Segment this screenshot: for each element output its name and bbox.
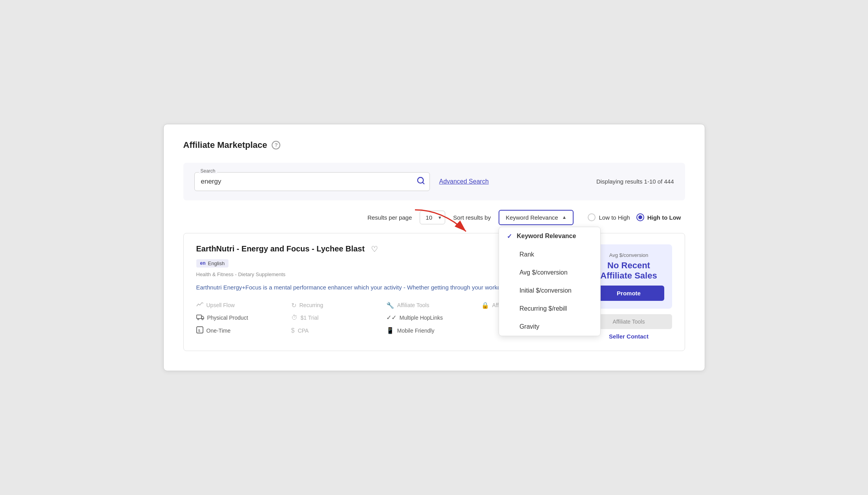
radio-high-to-low[interactable]: High to Low bbox=[636, 213, 681, 221]
chevron-up-icon: ▲ bbox=[562, 215, 567, 220]
language-code: en bbox=[200, 260, 206, 266]
feature-affiliate-tools: 🔧 Affiliate Tools bbox=[386, 302, 481, 309]
feature-label: Mobile Friendly bbox=[397, 328, 435, 334]
upsell-flow-icon bbox=[196, 302, 203, 309]
feature-label: Physical Product bbox=[207, 315, 248, 321]
search-section: Search Advanced Search Displaying result… bbox=[183, 163, 685, 200]
search-field-wrapper: Search bbox=[194, 172, 430, 191]
search-input[interactable] bbox=[194, 172, 430, 191]
dropdown-label: Initial $/conversion bbox=[519, 287, 572, 294]
truck-icon bbox=[196, 314, 204, 322]
sort-selected-value: Keyword Relevance bbox=[506, 214, 558, 221]
feature-label: Upsell Flow bbox=[206, 302, 235, 308]
hoplinks-icon: ✓✓ bbox=[386, 314, 397, 321]
dropdown-item-gravity[interactable]: Gravity bbox=[499, 318, 600, 336]
advanced-search-link[interactable]: Advanced Search bbox=[439, 178, 489, 185]
feature-label: CPA bbox=[298, 328, 309, 334]
lock-icon: 🔒 bbox=[481, 302, 489, 309]
dropdown-item-rank[interactable]: Rank bbox=[499, 246, 600, 264]
feature-dollar-trial: ⏱ $1 Trial bbox=[291, 314, 386, 322]
feature-label: One-Time bbox=[206, 328, 231, 334]
recurring-icon: ↻ bbox=[291, 302, 296, 309]
dropdown-label: Avg $/conversion bbox=[519, 269, 567, 276]
dropdown-item-initial-conversion[interactable]: Initial $/conversion bbox=[499, 282, 600, 300]
feature-recurring: ↻ Recurring bbox=[291, 302, 386, 309]
per-page-select-wrapper: 10 25 50 bbox=[420, 211, 445, 224]
svg-rect-3 bbox=[196, 315, 201, 318]
per-page-select[interactable]: 10 25 50 bbox=[420, 211, 445, 224]
mobile-icon: 📱 bbox=[386, 327, 394, 334]
wrench-icon: 🔧 bbox=[386, 302, 394, 309]
feature-label: $1 Trial bbox=[301, 315, 319, 321]
main-container: Affiliate Marketplace ? Search Advanced … bbox=[163, 124, 705, 371]
svg-point-5 bbox=[202, 318, 203, 320]
radio-label-low: Low to High bbox=[599, 214, 630, 221]
help-icon[interactable]: ? bbox=[272, 141, 280, 149]
feature-cpa: $ CPA bbox=[291, 326, 386, 335]
svg-text:$: $ bbox=[198, 328, 200, 332]
feature-one-time: $ One-Time bbox=[196, 326, 291, 335]
heart-icon[interactable]: ♡ bbox=[371, 244, 378, 254]
per-page-label: Results per page bbox=[367, 214, 412, 221]
language-name: English bbox=[208, 260, 225, 266]
dropdown-label: Rank bbox=[519, 251, 534, 258]
check-icon: ✓ bbox=[507, 233, 512, 240]
page-title: Affiliate Marketplace bbox=[183, 140, 267, 150]
radio-circle-high bbox=[636, 213, 644, 221]
avg-conversion-value: No RecentAffiliate Sales bbox=[594, 260, 664, 281]
trial-icon: ⏱ bbox=[291, 314, 298, 321]
feature-mobile-friendly: 📱 Mobile Friendly bbox=[386, 326, 481, 335]
product-title: EarthNutri - Energy and Focus - Lychee B… bbox=[196, 244, 365, 253]
radio-circle-low bbox=[588, 213, 596, 221]
one-time-icon: $ bbox=[196, 326, 203, 335]
svg-line-1 bbox=[422, 182, 424, 184]
search-button[interactable] bbox=[417, 176, 425, 187]
order-radio-group: Low to High High to Low bbox=[588, 213, 681, 221]
dropdown-item-avg-conversion[interactable]: Avg $/conversion bbox=[499, 264, 600, 282]
search-label: Search bbox=[199, 168, 217, 174]
avg-conversion-label: Avg $/conversion bbox=[594, 252, 664, 258]
cpa-icon: $ bbox=[291, 327, 295, 334]
feature-upsell-flow: Upsell Flow bbox=[196, 302, 291, 309]
dropdown-label: Recurring $/rebill bbox=[519, 305, 567, 312]
sort-dropdown-menu: ✓ Keyword Relevance Rank Avg $/conversio… bbox=[499, 227, 601, 336]
controls-row: Results per page 10 25 50 Sort results b… bbox=[183, 210, 685, 225]
search-row: Search Advanced Search Displaying result… bbox=[194, 172, 674, 191]
feature-physical-product: Physical Product bbox=[196, 314, 291, 322]
page-header: Affiliate Marketplace ? bbox=[183, 140, 685, 150]
sort-label: Sort results by bbox=[453, 214, 491, 221]
radio-low-to-high[interactable]: Low to High bbox=[588, 213, 630, 221]
sort-dropdown-wrapper: Keyword Relevance ▲ ✓ Keyword Relevance … bbox=[499, 210, 574, 225]
feature-label: Recurring bbox=[300, 302, 323, 308]
dropdown-item-keyword-relevance[interactable]: ✓ Keyword Relevance bbox=[499, 227, 600, 246]
svg-point-4 bbox=[197, 318, 199, 320]
feature-label: Multiple HopLinks bbox=[400, 315, 443, 321]
results-count: Displaying results 1-10 of 444 bbox=[596, 178, 674, 185]
radio-label-high: High to Low bbox=[647, 214, 681, 221]
dropdown-label: Keyword Relevance bbox=[517, 233, 576, 240]
language-badge: en English bbox=[196, 259, 229, 268]
description-text: Earthnutri Energy+Focus is a mental perf… bbox=[196, 284, 507, 291]
sort-dropdown-button[interactable]: Keyword Relevance ▲ bbox=[499, 210, 574, 225]
dropdown-label: Gravity bbox=[519, 323, 539, 330]
feature-label: Affiliate Tools bbox=[397, 302, 429, 308]
promote-button[interactable]: Promote bbox=[594, 286, 664, 301]
product-card: EarthNutri - Energy and Focus - Lychee B… bbox=[183, 233, 685, 351]
feature-multiple-hoplinks: ✓✓ Multiple HopLinks bbox=[386, 314, 481, 322]
dropdown-item-recurring-rebill[interactable]: Recurring $/rebill bbox=[499, 300, 600, 318]
